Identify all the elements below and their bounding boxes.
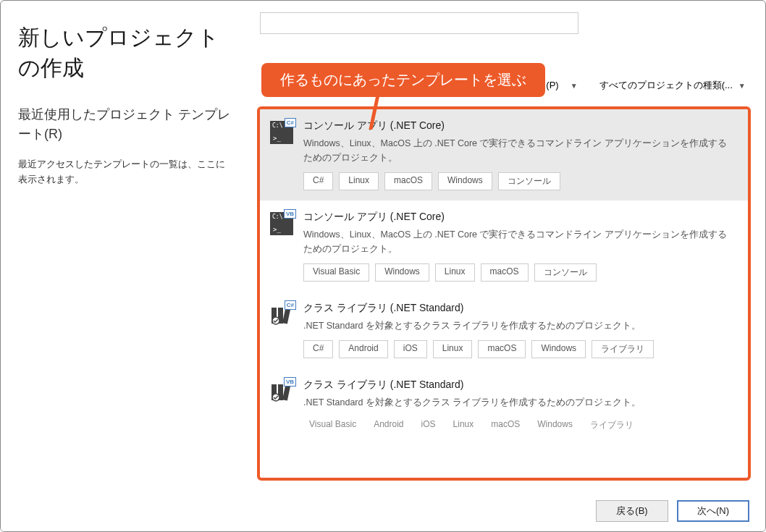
template-description: Windows、Linux、MacOS 上の .NET Core で実行できるコ… [303,227,735,256]
template-tags: C#AndroidiOSLinuxmacOSWindowsライブラリ [303,340,735,358]
class-library-icon: VB [270,380,293,403]
chevron-down-icon: ▼ [738,82,746,90]
template-title: コンソール アプリ (.NET Core) [303,119,735,132]
template-description: Windows、Linux、MacOS 上の .NET Core で実行できるコ… [303,136,735,165]
recent-templates-empty-text: 最近アクセスしたテンプレートの一覧は、ここに表示されます。 [18,157,232,187]
template-tag: コンソール [498,172,560,190]
svg-rect-2 [282,309,290,324]
annotation-callout: 作るものにあったテンプレートを選ぶ [261,63,545,97]
template-tag: macOS [485,417,526,434]
template-tag: Linux [339,172,379,190]
template-tag: ライブラリ [592,340,654,358]
chevron-down-icon: ▼ [571,82,578,90]
left-panel: 新しいプロジェクトの作成 最近使用したプロジェクト テンプレート(R) 最近アク… [1,1,247,531]
language-badge: C# [285,118,296,127]
svg-rect-6 [282,386,290,401]
template-tag: Linux [447,417,480,434]
template-tag: Android [339,340,387,358]
project-type-filter-label: すべてのプロジェクトの種類(... [599,79,733,92]
template-title: コンソール アプリ (.NET Core) [303,211,735,224]
project-type-filter-dropdown[interactable]: すべてのプロジェクトの種類(... ▼ [592,75,751,96]
template-tag: macOS [481,263,529,282]
template-description: .NET Standard を対象とするクラス ライブラリを作成するためのプロジ… [303,395,735,410]
template-tag: Windows [375,263,429,282]
console-app-icon: C# [270,121,293,144]
template-item[interactable]: C#クラス ライブラリ (.NET Standard).NET Standard… [260,292,748,368]
dialog-footer: 戻る(B) 次へ(N) [1,491,765,531]
template-tag: C# [303,172,333,190]
template-tag: Visual Basic [303,263,369,282]
template-tags: Visual BasicWindowsLinuxmacOSコンソール [303,263,735,282]
template-item[interactable]: VBコンソール アプリ (.NET Core)Windows、Linux、Mac… [260,200,748,292]
recent-templates-heading: 最近使用したプロジェクト テンプレート(R) [18,105,232,144]
template-search-input[interactable] [260,12,578,34]
template-tag: Android [368,417,409,434]
template-tag: Linux [433,340,473,358]
annotation-highlight-box: C#コンソール アプリ (.NET Core)Windows、Linux、Mac… [257,106,751,481]
template-body: クラス ライブラリ (.NET Standard).NET Standard を… [303,302,735,358]
template-tag: macOS [478,340,526,358]
template-tag: C# [303,340,333,358]
template-tag: Windows [531,417,578,434]
template-description: .NET Standard を対象とするクラス ライブラリを作成するためのプロジ… [303,318,735,333]
template-item[interactable]: VBクラス ライブラリ (.NET Standard).NET Standard… [260,368,748,444]
template-list[interactable]: C#コンソール アプリ (.NET Core)Windows、Linux、Mac… [260,109,748,478]
template-body: コンソール アプリ (.NET Core)Windows、Linux、MacOS… [303,119,735,190]
template-tag: Linux [435,263,475,282]
template-title: クラス ライブラリ (.NET Standard) [303,379,735,392]
template-tags: C#LinuxmacOSWindowsコンソール [303,172,735,190]
template-tag: iOS [416,417,442,434]
template-body: コンソール アプリ (.NET Core)Windows、Linux、MacOS… [303,211,735,282]
template-tag: Visual Basic [303,417,362,434]
template-tag: iOS [394,340,427,358]
template-tag: ライブラリ [584,417,639,434]
language-badge: C# [285,300,296,310]
language-badge: VB [284,209,296,219]
template-item[interactable]: C#コンソール アプリ (.NET Core)Windows、Linux、Mac… [260,109,748,200]
template-tag: macOS [384,172,432,190]
console-app-icon: VB [270,212,293,235]
page-title: 新しいプロジェクトの作成 [18,22,232,83]
template-title: クラス ライブラリ (.NET Standard) [303,302,735,315]
template-tag: コンソール [534,263,597,282]
back-button[interactable]: 戻る(B) [596,500,668,522]
language-badge: VB [284,377,296,387]
template-tag: Windows [531,340,586,358]
template-body: クラス ライブラリ (.NET Standard).NET Standard を… [303,379,735,434]
class-library-icon: C# [270,303,293,326]
template-tags: Visual BasicAndroidiOSLinuxmacOSWindowsラ… [303,417,735,434]
next-button[interactable]: 次へ(N) [677,500,749,522]
template-tag: Windows [438,172,492,190]
